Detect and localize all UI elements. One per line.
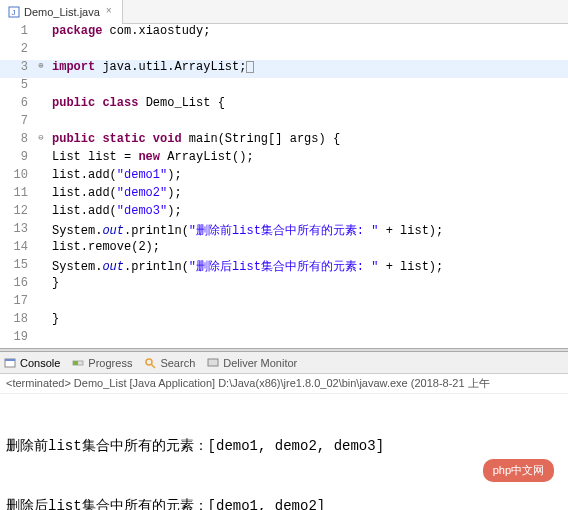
code-text[interactable]: System.out.println("删除后list集合中所有的元素: " +… bbox=[48, 258, 568, 276]
svg-rect-5 bbox=[73, 361, 78, 365]
console-line: 删除后list集合中所有的元素：[demo1, demo2] bbox=[6, 496, 562, 510]
code-line[interactable]: 17 bbox=[0, 294, 568, 312]
code-line[interactable]: 10 list.add("demo1"); bbox=[0, 168, 568, 186]
tab-progress[interactable]: Progress bbox=[72, 357, 132, 369]
line-number: 13 bbox=[0, 222, 34, 240]
code-text[interactable]: } bbox=[48, 312, 568, 330]
fold-toggle bbox=[34, 78, 48, 96]
code-line[interactable]: 9 List list = new ArrayList(); bbox=[0, 150, 568, 168]
fold-toggle bbox=[34, 204, 48, 222]
code-line[interactable]: 15 System.out.println("删除后list集合中所有的元素: … bbox=[0, 258, 568, 276]
code-line[interactable]: 1package com.xiaostudy; bbox=[0, 24, 568, 42]
code-line[interactable]: 19 bbox=[0, 330, 568, 348]
svg-text:J: J bbox=[11, 8, 16, 17]
line-number: 3 bbox=[0, 60, 34, 78]
watermark-badge: php中文网 bbox=[483, 459, 554, 482]
fold-toggle[interactable]: ⊕ bbox=[34, 60, 48, 78]
fold-toggle bbox=[34, 24, 48, 42]
code-line[interactable]: 13 System.out.println("删除前list集合中所有的元素: … bbox=[0, 222, 568, 240]
bottom-tabs: Console Progress Search Deliver Monitor bbox=[0, 352, 568, 374]
code-line[interactable]: 2 bbox=[0, 42, 568, 60]
editor-tab[interactable]: J Demo_List.java × bbox=[0, 0, 123, 24]
console-status: <terminated> Demo_List [Java Application… bbox=[0, 374, 568, 394]
console-output[interactable]: 删除前list集合中所有的元素：[demo1, demo2, demo3] 删除… bbox=[0, 394, 568, 510]
code-text[interactable]: list.remove(2); bbox=[48, 240, 568, 258]
line-number: 17 bbox=[0, 294, 34, 312]
java-file-icon: J bbox=[8, 6, 20, 18]
code-text[interactable]: list.add("demo3"); bbox=[48, 204, 568, 222]
svg-line-7 bbox=[152, 364, 156, 368]
line-number: 15 bbox=[0, 258, 34, 276]
tab-console-label: Console bbox=[20, 357, 60, 369]
fold-toggle bbox=[34, 258, 48, 276]
code-text[interactable] bbox=[48, 42, 568, 60]
code-text[interactable]: System.out.println("删除前list集合中所有的元素: " +… bbox=[48, 222, 568, 240]
line-number: 11 bbox=[0, 186, 34, 204]
monitor-icon bbox=[207, 357, 219, 369]
line-number: 1 bbox=[0, 24, 34, 42]
code-text[interactable]: List list = new ArrayList(); bbox=[48, 150, 568, 168]
fold-toggle bbox=[34, 240, 48, 258]
code-text[interactable] bbox=[48, 330, 568, 348]
code-text[interactable]: list.add("demo1"); bbox=[48, 168, 568, 186]
fold-toggle bbox=[34, 150, 48, 168]
line-number: 7 bbox=[0, 114, 34, 132]
tab-deliver-monitor[interactable]: Deliver Monitor bbox=[207, 357, 297, 369]
line-number: 9 bbox=[0, 150, 34, 168]
tab-console[interactable]: Console bbox=[4, 357, 60, 369]
line-number: 18 bbox=[0, 312, 34, 330]
fold-toggle bbox=[34, 186, 48, 204]
code-line[interactable]: 5 bbox=[0, 78, 568, 96]
editor-tab-bar: J Demo_List.java × bbox=[0, 0, 568, 24]
code-text[interactable]: list.add("demo2"); bbox=[48, 186, 568, 204]
code-line[interactable]: 18} bbox=[0, 312, 568, 330]
fold-toggle bbox=[34, 294, 48, 312]
code-text[interactable]: package com.xiaostudy; bbox=[48, 24, 568, 42]
code-line[interactable]: 11 list.add("demo2"); bbox=[0, 186, 568, 204]
progress-icon bbox=[72, 357, 84, 369]
code-text[interactable]: } bbox=[48, 276, 568, 294]
fold-toggle bbox=[34, 330, 48, 348]
code-text[interactable]: public static void main(String[] args) { bbox=[48, 132, 568, 150]
fold-toggle[interactable]: ⊖ bbox=[34, 132, 48, 150]
fold-toggle bbox=[34, 42, 48, 60]
svg-point-6 bbox=[146, 359, 152, 365]
editor-tab-label: Demo_List.java bbox=[24, 6, 100, 18]
svg-rect-3 bbox=[5, 359, 15, 361]
code-text[interactable]: public class Demo_List { bbox=[48, 96, 568, 114]
code-text[interactable]: import java.util.ArrayList; bbox=[48, 60, 568, 78]
line-number: 8 bbox=[0, 132, 34, 150]
line-number: 16 bbox=[0, 276, 34, 294]
code-text[interactable] bbox=[48, 294, 568, 312]
line-number: 14 bbox=[0, 240, 34, 258]
fold-toggle bbox=[34, 276, 48, 294]
code-line[interactable]: 14 list.remove(2); bbox=[0, 240, 568, 258]
line-number: 12 bbox=[0, 204, 34, 222]
code-editor[interactable]: 1package com.xiaostudy;23⊕import java.ut… bbox=[0, 24, 568, 348]
code-line[interactable]: 6public class Demo_List { bbox=[0, 96, 568, 114]
code-line[interactable]: 7 bbox=[0, 114, 568, 132]
code-line[interactable]: 8⊖ public static void main(String[] args… bbox=[0, 132, 568, 150]
fold-toggle bbox=[34, 222, 48, 240]
code-line[interactable]: 16 } bbox=[0, 276, 568, 294]
code-line[interactable]: 3⊕import java.util.ArrayList; bbox=[0, 60, 568, 78]
search-icon bbox=[144, 357, 156, 369]
line-number: 5 bbox=[0, 78, 34, 96]
fold-toggle bbox=[34, 96, 48, 114]
tab-search[interactable]: Search bbox=[144, 357, 195, 369]
console-line: 删除前list集合中所有的元素：[demo1, demo2, demo3] bbox=[6, 436, 562, 456]
line-number: 6 bbox=[0, 96, 34, 114]
code-text[interactable] bbox=[48, 78, 568, 96]
svg-rect-8 bbox=[208, 359, 218, 366]
line-number: 2 bbox=[0, 42, 34, 60]
code-line[interactable]: 12 list.add("demo3"); bbox=[0, 204, 568, 222]
line-number: 10 bbox=[0, 168, 34, 186]
close-icon[interactable]: × bbox=[104, 7, 114, 17]
line-number: 19 bbox=[0, 330, 34, 348]
console-icon bbox=[4, 357, 16, 369]
code-text[interactable] bbox=[48, 114, 568, 132]
tab-deliver-label: Deliver Monitor bbox=[223, 357, 297, 369]
tab-search-label: Search bbox=[160, 357, 195, 369]
fold-toggle bbox=[34, 168, 48, 186]
fold-toggle bbox=[34, 114, 48, 132]
